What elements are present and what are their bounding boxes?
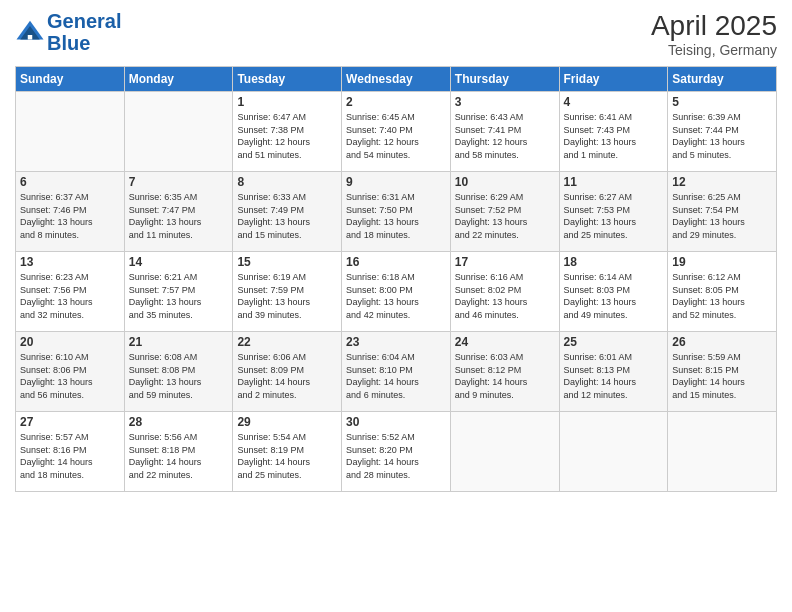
day-info: Sunrise: 6:41 AM Sunset: 7:43 PM Dayligh… <box>564 111 664 161</box>
week-row-1: 1Sunrise: 6:47 AM Sunset: 7:38 PM Daylig… <box>16 92 777 172</box>
day-cell: 16Sunrise: 6:18 AM Sunset: 8:00 PM Dayli… <box>342 252 451 332</box>
day-cell: 11Sunrise: 6:27 AM Sunset: 7:53 PM Dayli… <box>559 172 668 252</box>
week-row-4: 20Sunrise: 6:10 AM Sunset: 8:06 PM Dayli… <box>16 332 777 412</box>
day-info: Sunrise: 6:23 AM Sunset: 7:56 PM Dayligh… <box>20 271 120 321</box>
day-number: 18 <box>564 255 664 269</box>
day-info: Sunrise: 6:31 AM Sunset: 7:50 PM Dayligh… <box>346 191 446 241</box>
day-number: 15 <box>237 255 337 269</box>
calendar: Sunday Monday Tuesday Wednesday Thursday… <box>15 66 777 492</box>
day-info: Sunrise: 6:47 AM Sunset: 7:38 PM Dayligh… <box>237 111 337 161</box>
day-number: 13 <box>20 255 120 269</box>
day-cell: 14Sunrise: 6:21 AM Sunset: 7:57 PM Dayli… <box>124 252 233 332</box>
day-info: Sunrise: 6:03 AM Sunset: 8:12 PM Dayligh… <box>455 351 555 401</box>
day-number: 27 <box>20 415 120 429</box>
day-number: 30 <box>346 415 446 429</box>
day-number: 17 <box>455 255 555 269</box>
day-info: Sunrise: 6:33 AM Sunset: 7:49 PM Dayligh… <box>237 191 337 241</box>
day-info: Sunrise: 6:35 AM Sunset: 7:47 PM Dayligh… <box>129 191 229 241</box>
day-number: 7 <box>129 175 229 189</box>
day-cell: 21Sunrise: 6:08 AM Sunset: 8:08 PM Dayli… <box>124 332 233 412</box>
day-info: Sunrise: 6:37 AM Sunset: 7:46 PM Dayligh… <box>20 191 120 241</box>
day-cell: 19Sunrise: 6:12 AM Sunset: 8:05 PM Dayli… <box>668 252 777 332</box>
day-cell: 30Sunrise: 5:52 AM Sunset: 8:20 PM Dayli… <box>342 412 451 492</box>
day-number: 16 <box>346 255 446 269</box>
day-info: Sunrise: 6:10 AM Sunset: 8:06 PM Dayligh… <box>20 351 120 401</box>
day-cell: 5Sunrise: 6:39 AM Sunset: 7:44 PM Daylig… <box>668 92 777 172</box>
day-cell: 2Sunrise: 6:45 AM Sunset: 7:40 PM Daylig… <box>342 92 451 172</box>
day-info: Sunrise: 6:27 AM Sunset: 7:53 PM Dayligh… <box>564 191 664 241</box>
day-info: Sunrise: 6:25 AM Sunset: 7:54 PM Dayligh… <box>672 191 772 241</box>
day-number: 8 <box>237 175 337 189</box>
day-cell: 15Sunrise: 6:19 AM Sunset: 7:59 PM Dayli… <box>233 252 342 332</box>
day-number: 11 <box>564 175 664 189</box>
day-number: 29 <box>237 415 337 429</box>
day-number: 24 <box>455 335 555 349</box>
header: General Blue April 2025 Teising, Germany <box>15 10 777 58</box>
day-number: 19 <box>672 255 772 269</box>
day-info: Sunrise: 6:29 AM Sunset: 7:52 PM Dayligh… <box>455 191 555 241</box>
day-number: 5 <box>672 95 772 109</box>
day-cell: 17Sunrise: 6:16 AM Sunset: 8:02 PM Dayli… <box>450 252 559 332</box>
day-cell <box>124 92 233 172</box>
day-info: Sunrise: 5:52 AM Sunset: 8:20 PM Dayligh… <box>346 431 446 481</box>
day-info: Sunrise: 6:06 AM Sunset: 8:09 PM Dayligh… <box>237 351 337 401</box>
day-cell: 7Sunrise: 6:35 AM Sunset: 7:47 PM Daylig… <box>124 172 233 252</box>
day-cell: 24Sunrise: 6:03 AM Sunset: 8:12 PM Dayli… <box>450 332 559 412</box>
day-cell: 10Sunrise: 6:29 AM Sunset: 7:52 PM Dayli… <box>450 172 559 252</box>
day-number: 12 <box>672 175 772 189</box>
day-cell <box>559 412 668 492</box>
week-row-5: 27Sunrise: 5:57 AM Sunset: 8:16 PM Dayli… <box>16 412 777 492</box>
day-cell <box>16 92 125 172</box>
day-cell <box>668 412 777 492</box>
day-cell: 12Sunrise: 6:25 AM Sunset: 7:54 PM Dayli… <box>668 172 777 252</box>
day-number: 10 <box>455 175 555 189</box>
col-saturday: Saturday <box>668 67 777 92</box>
day-info: Sunrise: 6:01 AM Sunset: 8:13 PM Dayligh… <box>564 351 664 401</box>
day-info: Sunrise: 6:12 AM Sunset: 8:05 PM Dayligh… <box>672 271 772 321</box>
day-cell: 20Sunrise: 6:10 AM Sunset: 8:06 PM Dayli… <box>16 332 125 412</box>
page: General Blue April 2025 Teising, Germany… <box>0 0 792 612</box>
day-cell: 29Sunrise: 5:54 AM Sunset: 8:19 PM Dayli… <box>233 412 342 492</box>
day-number: 6 <box>20 175 120 189</box>
day-cell: 4Sunrise: 6:41 AM Sunset: 7:43 PM Daylig… <box>559 92 668 172</box>
title-block: April 2025 Teising, Germany <box>651 10 777 58</box>
day-info: Sunrise: 6:18 AM Sunset: 8:00 PM Dayligh… <box>346 271 446 321</box>
day-info: Sunrise: 6:19 AM Sunset: 7:59 PM Dayligh… <box>237 271 337 321</box>
location: Teising, Germany <box>651 42 777 58</box>
day-info: Sunrise: 6:08 AM Sunset: 8:08 PM Dayligh… <box>129 351 229 401</box>
day-cell: 13Sunrise: 6:23 AM Sunset: 7:56 PM Dayli… <box>16 252 125 332</box>
day-cell: 25Sunrise: 6:01 AM Sunset: 8:13 PM Dayli… <box>559 332 668 412</box>
col-sunday: Sunday <box>16 67 125 92</box>
day-cell: 18Sunrise: 6:14 AM Sunset: 8:03 PM Dayli… <box>559 252 668 332</box>
day-cell: 1Sunrise: 6:47 AM Sunset: 7:38 PM Daylig… <box>233 92 342 172</box>
day-number: 20 <box>20 335 120 349</box>
day-number: 1 <box>237 95 337 109</box>
day-number: 25 <box>564 335 664 349</box>
day-cell: 27Sunrise: 5:57 AM Sunset: 8:16 PM Dayli… <box>16 412 125 492</box>
svg-rect-2 <box>28 35 33 40</box>
logo-icon <box>15 17 45 47</box>
logo-line1: General <box>47 10 121 32</box>
day-number: 4 <box>564 95 664 109</box>
logo: General Blue <box>15 10 121 54</box>
day-cell: 6Sunrise: 6:37 AM Sunset: 7:46 PM Daylig… <box>16 172 125 252</box>
col-wednesday: Wednesday <box>342 67 451 92</box>
day-number: 14 <box>129 255 229 269</box>
col-thursday: Thursday <box>450 67 559 92</box>
week-row-2: 6Sunrise: 6:37 AM Sunset: 7:46 PM Daylig… <box>16 172 777 252</box>
col-tuesday: Tuesday <box>233 67 342 92</box>
day-info: Sunrise: 6:14 AM Sunset: 8:03 PM Dayligh… <box>564 271 664 321</box>
logo-line2: Blue <box>47 32 121 54</box>
day-info: Sunrise: 6:21 AM Sunset: 7:57 PM Dayligh… <box>129 271 229 321</box>
week-row-3: 13Sunrise: 6:23 AM Sunset: 7:56 PM Dayli… <box>16 252 777 332</box>
day-cell <box>450 412 559 492</box>
col-friday: Friday <box>559 67 668 92</box>
day-info: Sunrise: 6:04 AM Sunset: 8:10 PM Dayligh… <box>346 351 446 401</box>
day-number: 9 <box>346 175 446 189</box>
day-cell: 28Sunrise: 5:56 AM Sunset: 8:18 PM Dayli… <box>124 412 233 492</box>
day-cell: 8Sunrise: 6:33 AM Sunset: 7:49 PM Daylig… <box>233 172 342 252</box>
day-info: Sunrise: 6:45 AM Sunset: 7:40 PM Dayligh… <box>346 111 446 161</box>
day-number: 26 <box>672 335 772 349</box>
day-number: 2 <box>346 95 446 109</box>
day-cell: 9Sunrise: 6:31 AM Sunset: 7:50 PM Daylig… <box>342 172 451 252</box>
